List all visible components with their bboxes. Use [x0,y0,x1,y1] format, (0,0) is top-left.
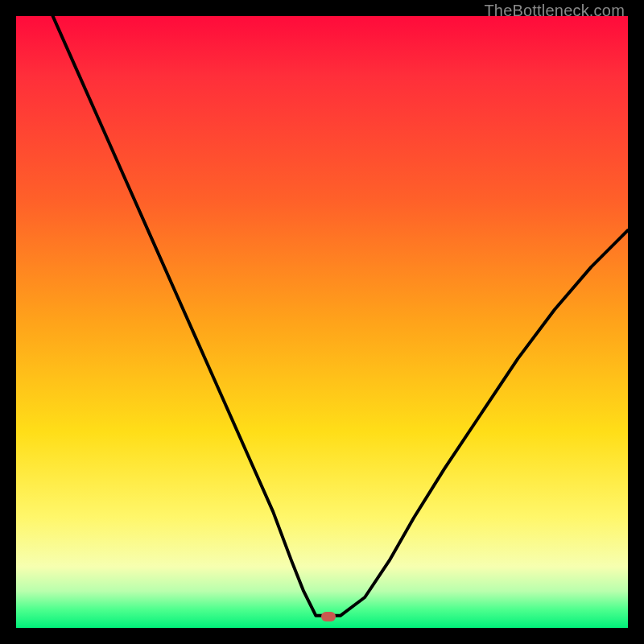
optimal-point-marker [321,612,336,621]
chart-frame: TheBottleneck.com [0,0,644,644]
plot-area [16,16,628,628]
bottleneck-curve [16,16,628,628]
